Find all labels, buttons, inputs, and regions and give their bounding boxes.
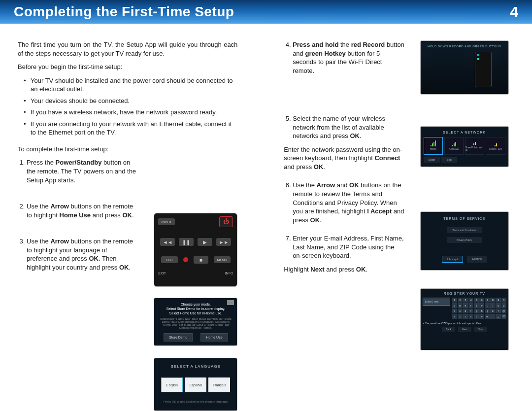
pause-icon: ❚❚ — [179, 238, 194, 246]
chapter-number: 4 — [510, 3, 518, 20]
network-card: Free Public Wi-Fi — [465, 137, 484, 155]
page-body: The first time you turn on the TV, the S… — [0, 24, 532, 411]
energy-logo-icon — [227, 300, 234, 305]
menu-key: MENU — [214, 256, 231, 263]
info-label: INFO — [225, 272, 233, 275]
mode-thumb: Choose your mode.Select Store Demo for i… — [154, 298, 237, 346]
steps-1-3: Press the Power/Standby button on the re… — [18, 158, 138, 289]
step-3: Use the Arrow buttons on the remote to h… — [27, 237, 138, 272]
play-icon: ▶ — [198, 238, 212, 246]
record-icon — [183, 257, 188, 262]
column-mid: Press and hold the red Record button and… — [284, 40, 405, 411]
before-item: Your TV should be installed and the powe… — [31, 76, 237, 94]
network-card: secure_024 — [486, 137, 505, 155]
before-item: If you are connecting to your network wi… — [31, 120, 237, 137]
lang-english: English — [161, 377, 183, 392]
language-thumb: SELECT A LANGUAGE English Español França… — [154, 358, 237, 411]
step-5: Select the name of your wireless network… — [293, 114, 405, 171]
remote-device-icon — [475, 52, 492, 87]
stop-icon: ■ — [194, 256, 208, 264]
page-title: Completing the First-Time Setup — [14, 4, 234, 20]
on-screen-keyboard: 1234567890 qwertyuiop asdfghjkl@ zxcvbnm… — [452, 298, 506, 319]
lang-espanol: Español — [185, 377, 206, 392]
step-2: Use the Arrow buttons on the remote to h… — [27, 202, 138, 219]
ffwd-icon: ►► — [216, 238, 231, 246]
input-key: INPUT — [158, 218, 175, 225]
exit-label: EXIT — [158, 272, 166, 275]
pair-remote-thumb: HOLD DOWN RECORD AND GREEN BUTTONS — [420, 40, 509, 95]
network-card: Home — [424, 137, 443, 155]
step-7: Enter your E-mail Address, First Name, L… — [293, 234, 405, 274]
remote-thumb: INPUT ⏻ ◄◄ ❚❚ ▶ ►► LIST ■ MENU EXIT INFO — [154, 213, 237, 287]
steps-4-7: Press and hold the red Record button and… — [284, 40, 405, 300]
store-demo-btn: Store Demo — [164, 333, 193, 342]
lang-francais: Français — [208, 377, 230, 392]
step-1: Press the Power/Standby button on the re… — [27, 158, 138, 184]
step-6: Use the Arrow and OK buttons on the remo… — [293, 181, 405, 224]
column-thumbs-right: HOLD DOWN RECORD AND GREEN BUTTONS SELEC… — [420, 40, 514, 411]
before-list: Your TV should be installed and the powe… — [18, 76, 237, 140]
home-use-btn: Home Use — [200, 333, 228, 342]
chapter-header: Completing the First-Time Setup 4 — [0, 0, 532, 24]
terms-thumb: TERMS OF SERVICE Terms and Conditions Pr… — [420, 211, 509, 271]
step-4: Press and hold the red Record button and… — [293, 40, 405, 75]
select-network-thumb: SELECT A NETWORK Home Office2a Free Publ… — [420, 126, 509, 167]
register-thumb: REGISTER YOUR TV Enter E-mail 1234567890… — [420, 288, 509, 350]
list-key: LIST — [161, 256, 178, 263]
before-item: Your devices should be connected. — [31, 97, 237, 105]
power-icon: ⏻ — [219, 216, 233, 227]
before-item: If you have a wireless network, have the… — [31, 108, 237, 117]
rewind-icon: ◄◄ — [160, 238, 175, 246]
network-card: Office2a — [444, 137, 464, 155]
